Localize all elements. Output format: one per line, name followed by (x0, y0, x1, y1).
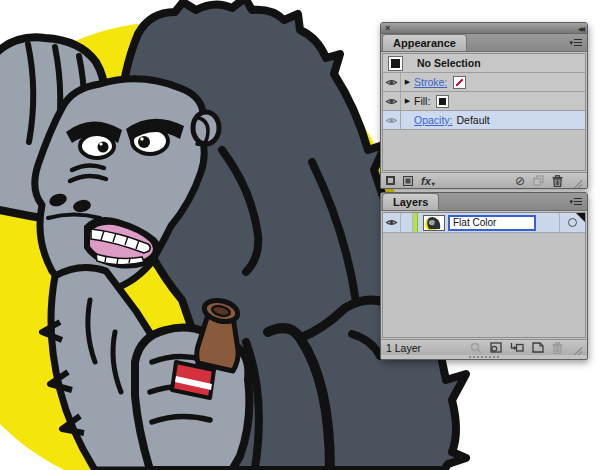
appearance-row-no-selection[interactable]: No Selection (383, 54, 585, 73)
eye-icon (385, 97, 398, 106)
tab-layers[interactable]: Layers (382, 193, 439, 210)
duplicate-item-button[interactable] (533, 175, 544, 186)
opacity-value: Default (457, 114, 490, 126)
duplicate-icon (533, 175, 544, 186)
resize-grip[interactable] (573, 179, 582, 188)
appearance-empty-area (383, 130, 585, 170)
clipping-mask-icon (490, 342, 502, 353)
layer-thumbnail[interactable] (423, 215, 445, 231)
create-new-layer-button[interactable] (532, 342, 544, 353)
close-icon[interactable]: × (385, 24, 390, 33)
drag-dots-icon (469, 356, 499, 358)
panel-menu-button[interactable]: ▾ (569, 198, 582, 205)
layer-lock-cell[interactable] (401, 213, 413, 232)
panel-menu-button[interactable]: ▾ (569, 39, 582, 46)
appearance-titlebar[interactable]: × ◀◀ (381, 23, 587, 34)
corner-triangle (576, 213, 585, 222)
eye-icon (385, 78, 398, 87)
trash-icon (552, 175, 563, 187)
layer-count-status: 1 Layer (386, 342, 421, 354)
appearance-panel: × ◀◀ Appearance ▾ No Selection ▶ Stroke:… (380, 22, 588, 189)
disclosure-triangle-icon[interactable]: ▶ (401, 78, 414, 86)
layers-empty-area (383, 233, 585, 337)
magnifier-icon (470, 342, 482, 354)
eye-icon (385, 116, 398, 125)
fill-visibility-toggle[interactable] (383, 92, 401, 110)
new-sublayer-icon (510, 342, 524, 353)
chevron-down-icon: ▾ (569, 39, 573, 46)
stroke-visibility-toggle[interactable] (383, 73, 401, 91)
no-selection-label: No Selection (417, 57, 481, 69)
disclosure-triangle-icon[interactable]: ▶ (401, 97, 414, 105)
delete-layer-button[interactable] (552, 342, 563, 354)
new-layer-icon (532, 342, 544, 353)
appearance-row-stroke[interactable]: ▶ Stroke: (383, 73, 585, 92)
layers-panel: Layers ▾ 1 Layer (380, 192, 588, 360)
panel-drag-handle[interactable] (381, 355, 587, 359)
trash-icon (552, 342, 563, 354)
make-clipping-mask-button[interactable] (490, 342, 502, 353)
create-new-sublayer-button[interactable] (510, 342, 524, 353)
layers-tabbar: Layers ▾ (381, 193, 587, 211)
layer-visibility-toggle[interactable] (383, 213, 401, 232)
layers-list (382, 212, 586, 338)
appearance-row-fill[interactable]: ▶ Fill: (383, 92, 585, 111)
stroke-link[interactable]: Stroke: (414, 76, 447, 88)
no-selection-swatch (388, 56, 403, 71)
appearance-row-opacity[interactable]: Opacity: Default (383, 111, 585, 130)
layer-row[interactable] (383, 213, 585, 233)
appearance-list: No Selection ▶ Stroke: ▶ Fill: Opacity: … (382, 53, 586, 171)
locate-object-button[interactable] (470, 342, 482, 354)
fill-color-swatch[interactable] (436, 95, 449, 108)
opacity-visibility-toggle[interactable] (383, 111, 401, 129)
fill-label: Fill: (414, 95, 430, 107)
eye-icon (385, 218, 398, 227)
appearance-bottombar: fx▾ ⊘ (381, 172, 587, 188)
resize-grip[interactable] (573, 346, 582, 355)
layer-color-bar (413, 213, 418, 232)
menu-lines-icon (574, 198, 582, 205)
add-new-fill-button[interactable] (403, 176, 413, 186)
fx-icon: fx (421, 175, 431, 187)
chevron-down-icon: ▾ (569, 198, 573, 205)
add-new-stroke-button[interactable] (386, 176, 395, 185)
layers-bottombar: 1 Layer (381, 339, 587, 355)
delete-item-button[interactable] (552, 175, 563, 187)
add-new-effect-button[interactable]: fx▾ (421, 175, 435, 187)
layer-thumbnail-art (424, 216, 444, 230)
stroke-none-swatch[interactable] (453, 76, 466, 89)
layer-name-input[interactable] (448, 215, 536, 231)
collapse-panel-icon[interactable]: ◀◀ (578, 25, 583, 32)
clear-appearance-button[interactable]: ⊘ (515, 175, 525, 187)
menu-lines-icon (574, 39, 582, 46)
opacity-link[interactable]: Opacity: (414, 114, 453, 126)
appearance-tabbar: Appearance ▾ (381, 34, 587, 52)
tab-appearance[interactable]: Appearance (382, 34, 467, 51)
chevron-down-icon: ▾ (432, 180, 435, 187)
